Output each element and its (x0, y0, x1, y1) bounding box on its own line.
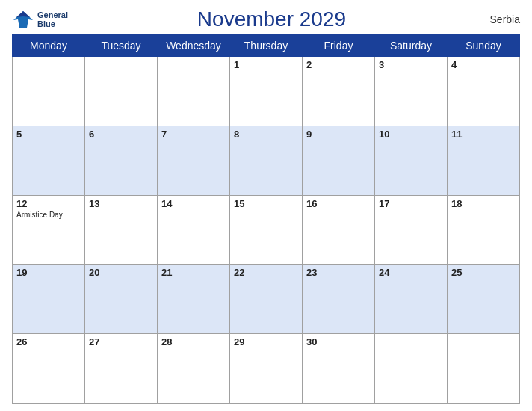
day-number: 10 (379, 129, 443, 140)
calendar-cell: 18 (448, 195, 520, 265)
svg-marker-1 (16, 11, 30, 17)
day-number: 1 (234, 59, 298, 70)
calendar-cell: 17 (375, 195, 448, 265)
weekday-header-sunday: Sunday (448, 35, 520, 57)
calendar-cell: 7 (158, 126, 230, 195)
day-number: 7 (161, 129, 226, 140)
day-number: 29 (234, 336, 298, 347)
calendar-cell: 11 (448, 126, 520, 195)
calendar-cell: 23 (303, 265, 375, 334)
weekday-header-row: MondayTuesdayWednesdayThursdayFridaySatu… (13, 35, 520, 57)
calendar-cell: 6 (85, 126, 158, 195)
weekday-header-monday: Monday (13, 35, 85, 57)
calendar-cell (13, 57, 85, 126)
day-number: 16 (306, 198, 371, 209)
calendar-cell: 15 (230, 195, 303, 265)
weekday-header-friday: Friday (303, 35, 375, 57)
calendar-cell: 20 (85, 265, 158, 334)
calendar-cell: 10 (375, 126, 448, 195)
calendar-cell: 29 (230, 334, 303, 404)
day-number: 15 (234, 198, 298, 209)
calendar-cell: 21 (158, 265, 230, 334)
calendar-cell: 26 (13, 334, 85, 404)
calendar-cell: 14 (158, 195, 230, 265)
calendar-week-row: 567891011 (13, 126, 520, 195)
day-number: 24 (379, 267, 443, 278)
day-number: 17 (379, 198, 443, 209)
day-number: 13 (89, 198, 153, 209)
calendar-cell: 25 (448, 265, 520, 334)
logo-text: General Blue (37, 10, 68, 28)
day-number: 5 (16, 129, 81, 140)
calendar-week-row: 12Armistice Day131415161718 (13, 195, 520, 265)
day-number: 3 (379, 59, 443, 70)
day-number: 25 (451, 267, 516, 278)
logo: General Blue (12, 10, 68, 29)
holiday-label: Armistice Day (16, 211, 81, 219)
day-number: 26 (16, 336, 81, 347)
day-number: 2 (306, 59, 371, 70)
day-number: 21 (161, 267, 226, 278)
calendar-cell: 13 (85, 195, 158, 265)
day-number: 27 (89, 336, 153, 347)
calendar-cell: 3 (375, 57, 448, 126)
day-number: 23 (306, 267, 371, 278)
calendar-cell: 24 (375, 265, 448, 334)
logo-icon (12, 10, 34, 29)
day-number: 20 (89, 267, 153, 278)
calendar-cell: 27 (85, 334, 158, 404)
day-number: 4 (451, 59, 516, 70)
calendar-title: November 2029 (68, 7, 475, 31)
day-number: 19 (16, 267, 81, 278)
day-number: 8 (234, 129, 298, 140)
country-label: Serbia (475, 13, 520, 25)
calendar-cell: 9 (303, 126, 375, 195)
calendar-cell: 5 (13, 126, 85, 195)
day-number: 12 (16, 198, 81, 209)
calendar-cell: 4 (448, 57, 520, 126)
day-number: 30 (306, 336, 371, 347)
day-number: 11 (451, 129, 516, 140)
calendar-cell: 30 (303, 334, 375, 404)
calendar-cell: 22 (230, 265, 303, 334)
calendar-cell: 8 (230, 126, 303, 195)
day-number: 18 (451, 198, 516, 209)
day-number: 22 (234, 267, 298, 278)
calendar-cell: 12Armistice Day (13, 195, 85, 265)
calendar-cell: 16 (303, 195, 375, 265)
day-number: 14 (161, 198, 226, 209)
calendar-table: MondayTuesdayWednesdayThursdayFridaySatu… (12, 34, 520, 404)
calendar-cell (158, 57, 230, 126)
calendar-cell (85, 57, 158, 126)
weekday-header-saturday: Saturday (375, 35, 448, 57)
weekday-header-wednesday: Wednesday (158, 35, 230, 57)
weekday-header-tuesday: Tuesday (85, 35, 158, 57)
calendar-week-row: 19202122232425 (13, 265, 520, 334)
top-bar: General Blue November 2029 Serbia (12, 7, 520, 31)
weekday-header-thursday: Thursday (230, 35, 303, 57)
day-number: 28 (161, 336, 226, 347)
calendar-cell (448, 334, 520, 404)
calendar-week-row: 1234 (13, 57, 520, 126)
calendar-week-row: 2627282930 (13, 334, 520, 404)
calendar-cell: 1 (230, 57, 303, 126)
calendar-cell (375, 334, 448, 404)
calendar-cell: 28 (158, 334, 230, 404)
calendar-cell: 2 (303, 57, 375, 126)
calendar-cell: 19 (13, 265, 85, 334)
day-number: 6 (89, 129, 153, 140)
day-number: 9 (306, 129, 371, 140)
